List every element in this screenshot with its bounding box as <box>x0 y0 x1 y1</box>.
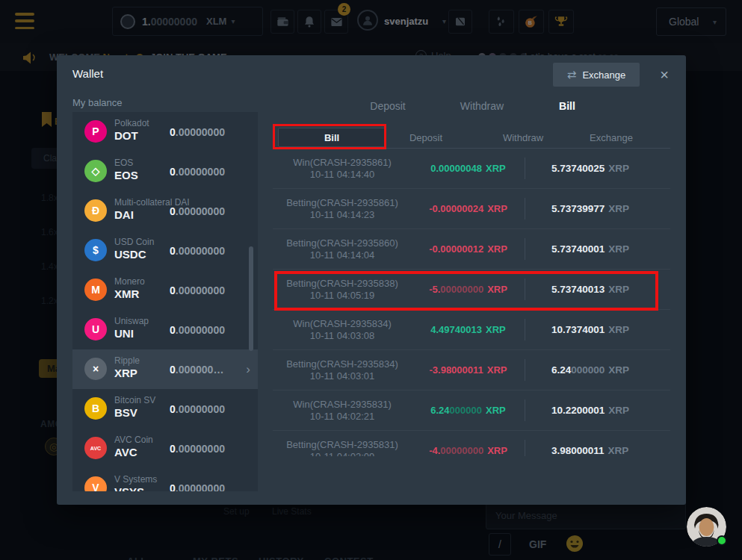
transaction-row: Betting(CRASH-2935834) 10-11 04:03:01 -3… <box>273 350 670 391</box>
transaction-row: Win(CRASH-2935861) 10-11 04:14:40 0.0000… <box>273 149 670 189</box>
transaction-balance: 6.24000000XRP <box>525 364 670 376</box>
transaction-row: Win(CRASH-2935834) 10-11 04:03:08 4.4974… <box>273 310 670 350</box>
tab-withdraw[interactable]: Withdraw <box>460 100 504 112</box>
coin-list-item[interactable]: B Bitcoin SV BSV 0.00000000 <box>72 389 258 429</box>
coin-balance: 0.00000000 <box>170 324 225 336</box>
transaction-label: Win(CRASH-2935834) 10-11 04:03:08 <box>273 318 412 342</box>
transaction-row: Win(CRASH-2935831) 10-11 04:02:21 6.2400… <box>273 391 670 431</box>
close-icon[interactable]: × <box>655 65 674 84</box>
coin-logo-icon: B <box>84 397 107 420</box>
coin-name: USD Coin <box>114 237 154 247</box>
coin-list-item[interactable]: × Ripple XRP 0.000000… › <box>72 349 258 389</box>
coin-logo-icon: ◇ <box>84 160 107 182</box>
transaction-amount: -0.00000024XRP <box>412 203 525 214</box>
modal-title: Wallet <box>72 67 103 80</box>
coin-ticker: BSV <box>114 406 137 419</box>
transaction-balance: 3.98000011XRP <box>525 445 670 456</box>
coin-ticker: DAI <box>114 208 134 221</box>
coin-ticker: USDC <box>114 248 146 261</box>
coin-list-item[interactable]: AVC AVC Coin AVC 0.00000000 <box>72 429 258 468</box>
coin-logo-icon: P <box>84 120 107 143</box>
coin-ticker: DOT <box>114 129 138 142</box>
transaction-amount: 6.24000000XRP <box>412 405 525 416</box>
coin-balance: 0.00000000 <box>170 403 225 415</box>
coin-ticker: XRP <box>114 367 137 379</box>
coin-ticker: UNI <box>114 327 134 340</box>
transaction-label: Win(CRASH-2935831) 10-11 04:02:21 <box>273 399 412 423</box>
coin-ticker: AVC <box>114 446 137 458</box>
transaction-balance: 10.2200001XRP <box>525 405 670 416</box>
transaction-row: Betting(CRASH-2935831) 10-11 04:02:09 -4… <box>273 431 670 456</box>
coin-name: V Systems <box>114 474 157 485</box>
subtab-withdraw[interactable]: Withdraw <box>503 132 543 143</box>
subtab-bill[interactable]: Bill <box>278 128 386 147</box>
tab-deposit[interactable]: Deposit <box>370 100 405 112</box>
app: 1.00000000 XLM ▾ 2 svenjatzu ▾ B <box>0 0 742 560</box>
transaction-balance: 5.73740025XRP <box>525 163 670 174</box>
transaction-balance: 5.73740013XRP <box>525 284 670 295</box>
coin-list-item[interactable]: $ USD Coin USDC 0.00000000 <box>72 231 258 270</box>
transaction-label: Betting(CRASH-2935838) 10-11 04:05:19 <box>273 278 412 302</box>
coin-name: Bitcoin SV <box>114 395 155 405</box>
transaction-amount: -5.00000000XRP <box>412 284 525 295</box>
coin-balance: 0.00000000 <box>170 166 225 178</box>
transaction-balance: 5.73740001XRP <box>525 243 670 255</box>
transaction-balance: 5.73739977XRP <box>525 203 670 214</box>
subtab-exchange[interactable]: Exchange <box>590 132 633 143</box>
coin-logo-icon: U <box>84 318 107 340</box>
coin-name: EOS <box>114 158 133 168</box>
transaction-row: Betting(CRASH-2935861) 10-11 04:14:23 -0… <box>273 189 670 229</box>
coin-list-item[interactable]: M Monero XMR 0.00000000 <box>72 270 258 310</box>
transaction-amount: 0.00000048XRP <box>412 163 525 174</box>
coin-balance: 0.00000000 <box>170 482 225 492</box>
coin-list-item[interactable]: U Uniswap UNI 0.00000000 <box>72 310 258 349</box>
coin-name: Uniswap <box>114 316 149 326</box>
coin-list-item[interactable]: ◇ EOS EOS 0.00000000 <box>72 152 258 191</box>
transaction-label: Betting(CRASH-2935834) 10-11 04:03:01 <box>273 358 412 382</box>
wallet-modal: Wallet ⇄ Exchange × My balance P Polkado… <box>57 55 686 505</box>
transaction-amount: -0.00000012XRP <box>412 243 525 255</box>
coin-name: AVC Coin <box>114 435 153 445</box>
coin-name: Ripple <box>114 355 140 366</box>
coin-ticker: EOS <box>114 169 138 181</box>
transaction-label: Betting(CRASH-2935861) 10-11 04:14:23 <box>273 197 412 221</box>
swap-icon: ⇄ <box>567 68 577 81</box>
transaction-row: Betting(CRASH-2935860) 10-11 04:14:04 -0… <box>273 229 670 270</box>
transaction-balance: 10.7374001XRP <box>525 324 670 335</box>
coin-balance: 0.00000000 <box>170 443 225 455</box>
transaction-label: Betting(CRASH-2935831) 10-11 04:02:09 <box>273 439 412 457</box>
coin-ticker: VSYS <box>114 485 144 491</box>
coin-list-item[interactable]: V V Systems VSYS 0.00000000 <box>72 468 258 491</box>
coin-logo-icon: Ð <box>84 199 107 222</box>
online-status-dot <box>717 535 727 546</box>
chevron-right-icon: › <box>246 362 250 377</box>
coin-balance: 0.00000000 <box>170 205 225 217</box>
profile-avatar[interactable] <box>687 507 726 547</box>
coin-list-item[interactable]: P Polkadot DOT 0.00000000 <box>72 112 258 152</box>
coin-logo-icon: V <box>84 476 107 491</box>
coin-logo-icon: $ <box>84 239 107 261</box>
transaction-label: Win(CRASH-2935861) 10-11 04:14:40 <box>273 157 412 181</box>
transaction-list: Win(CRASH-2935861) 10-11 04:14:40 0.0000… <box>273 149 670 456</box>
coin-balance: 0.000000… <box>170 364 223 376</box>
coin-name: Monero <box>114 276 145 287</box>
coin-logo-icon: × <box>84 358 107 380</box>
scrollbar-thumb[interactable] <box>249 246 253 351</box>
coin-balance: 0.00000000 <box>170 284 225 296</box>
my-balance-label: My balance <box>72 97 122 108</box>
exchange-button[interactable]: ⇄ Exchange <box>553 63 640 87</box>
coin-ticker: XMR <box>114 287 139 300</box>
subtab-deposit[interactable]: Deposit <box>409 132 442 143</box>
transaction-row: Betting(CRASH-2935838) 10-11 04:05:19 -5… <box>273 270 670 310</box>
transaction-amount: -3.98000011XRP <box>412 364 525 376</box>
coin-list-item[interactable]: Ð Multi-collateral DAI DAI 0.00000000 <box>72 191 258 231</box>
transaction-amount: -4.00000000XRP <box>412 445 525 456</box>
transaction-label: Betting(CRASH-2935860) 10-11 04:14:04 <box>273 237 412 261</box>
coin-balance: 0.00000000 <box>170 245 225 257</box>
coin-list: P Polkadot DOT 0.00000000 ◇ EOS EOS 0.00… <box>72 112 258 491</box>
tab-bill[interactable]: Bill <box>559 100 575 112</box>
coin-logo-icon: M <box>84 279 107 301</box>
coin-balance: 0.00000000 <box>170 126 225 138</box>
transaction-amount: 4.49740013XRP <box>412 324 525 335</box>
coin-logo-icon: AVC <box>84 437 107 459</box>
